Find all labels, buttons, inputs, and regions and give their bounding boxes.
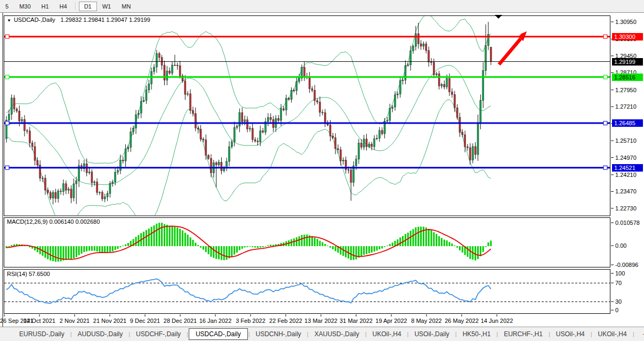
chart-tab-usdchf-daily[interactable]: USDCHF-,Daily	[131, 329, 186, 339]
timeframe-button-w1[interactable]: W1	[97, 2, 117, 11]
date-label: 14 Jun 2022	[477, 318, 517, 324]
chart-tab-xauusd-daily[interactable]: XAUUSD-,Daily	[309, 329, 365, 339]
axis-label: 0.00	[615, 242, 626, 249]
axis-label: 1.22730	[615, 205, 637, 212]
axis-label: 1.23470	[615, 188, 637, 195]
line-handle[interactable]	[5, 166, 9, 169]
axis-label: 30	[615, 298, 622, 305]
price-tag: 1.26485	[612, 119, 643, 127]
axis-label: 100	[615, 270, 625, 277]
date-axis: 26 Sep 202114 Oct 20212 Nov 202121 Nov 2…	[0, 315, 611, 327]
date-label: 22 Feb 2022	[266, 318, 305, 324]
price-axis: 1.309501.301901.294501.287101.279501.272…	[611, 13, 644, 327]
axis-label: 1.27210	[615, 103, 637, 110]
tab-separator: |	[632, 331, 635, 337]
price-tag: 1.28516	[612, 74, 643, 81]
date-label: 26 May 2022	[442, 318, 481, 324]
date-label: 9 Dec 2021	[125, 318, 165, 324]
chart-tab-usdcad-daily[interactable]: USDCAD-,Daily	[189, 328, 248, 340]
line-handle[interactable]	[5, 35, 9, 38]
timeframe-button-5[interactable]: 5	[0, 2, 14, 11]
chart-shift-marker-icon[interactable]	[495, 15, 502, 19]
axis-label: 0	[615, 307, 618, 314]
toolbar-separator	[75, 2, 76, 10]
candles-layer	[6, 22, 492, 205]
axis-label: 0.010578	[615, 220, 640, 226]
timeframe-button-h4[interactable]: H4	[54, 2, 73, 11]
chart-tab-eurchf-h1[interactable]: EURCHF-,H1	[498, 329, 548, 339]
chart-tab-hk50-h1[interactable]: HK50-,H1	[457, 329, 496, 339]
symbol-dropdown-icon[interactable]: ▼	[7, 18, 11, 23]
line-handle[interactable]	[5, 121, 9, 125]
date-label: 31 Mar 2022	[336, 318, 376, 324]
chart-tab-ukoil-h4[interactable]: UKOil-,H4	[367, 329, 407, 339]
chart-tab-bar: EURUSD-,Daily|AUDUSD-,Daily|USDCHF-,Dail…	[0, 327, 644, 341]
rsi-line	[6, 279, 491, 304]
rsi-indicator-label: RSI(14) 57.6500	[7, 271, 50, 277]
date-label: 16 Jan 2022	[196, 318, 235, 324]
date-label: 19 Apr 2022	[372, 318, 411, 324]
chart-window: ▼USDCAD-,Daily1.29832 1.29841 1.29047 1.…	[0, 12, 644, 327]
macd-indicator-label: MACD(12,26,9) 0.006140 0.002680	[7, 218, 100, 225]
macd-histogram	[6, 223, 492, 262]
tab-scroll-left-icon[interactable]: ◄	[642, 331, 644, 337]
axis-label: 1.30950	[615, 19, 637, 26]
chart-tab-ukoil-h4[interactable]: UKOil-,H4	[593, 329, 632, 339]
date-label: 14 Oct 2021	[20, 318, 59, 324]
timeframe-button-m30[interactable]: M30	[14, 2, 36, 11]
timeframe-button-d1[interactable]: D1	[79, 2, 97, 11]
quote-header: ▼USDCAD-,Daily1.29832 1.29841 1.29047 1.…	[7, 17, 150, 23]
axis-label: 1.24970	[615, 155, 637, 161]
date-label: 13 Mar 2022	[301, 318, 341, 324]
chart-tab-usoil-h4[interactable]: USOil-,H4	[551, 329, 590, 339]
tab-scroll-arrows: ◄►	[642, 331, 644, 337]
line-handle[interactable]	[603, 35, 607, 38]
chart-tab-usdcnh-daily[interactable]: USDCNH-,Daily	[251, 329, 307, 339]
price-tag: 1.30300	[612, 33, 643, 40]
line-handle[interactable]	[603, 121, 607, 125]
line-handle[interactable]	[5, 75, 9, 79]
chart-tab-eurusd-daily[interactable]: EURUSD-,Daily	[14, 329, 70, 339]
axis-label: -0.00896	[615, 262, 638, 269]
date-label: 8 May 2022	[407, 318, 446, 324]
price-tag: 1.29199	[612, 58, 643, 66]
date-label: 2 Nov 2021	[55, 318, 94, 324]
date-label: 28 Dec 2021	[160, 318, 200, 324]
chart-tab-usoil-daily[interactable]: USOil-,Daily	[409, 329, 454, 339]
axis-label: 1.24210	[615, 172, 637, 178]
horizontal-lines-layer[interactable]	[4, 35, 610, 169]
line-handle[interactable]	[603, 166, 607, 169]
line-handle[interactable]	[603, 75, 607, 79]
chart-canvas[interactable]	[0, 13, 644, 327]
timeframe-button-mn[interactable]: MN	[116, 2, 136, 11]
chart-tab-audusd-daily[interactable]: AUDUSD-,Daily	[73, 329, 128, 339]
ohlc-values: 1.29832 1.29841 1.29047 1.29199	[61, 17, 150, 23]
axis-label: 1.25710	[615, 137, 637, 144]
price-tag: 1.24521	[612, 164, 643, 172]
symbol-label: USDCAD-,Daily	[14, 17, 55, 23]
axis-label: 1.27950	[615, 87, 637, 94]
pane-frames	[4, 16, 610, 314]
date-label: 21 Nov 2021	[90, 318, 130, 324]
date-label: 3 Feb 2022	[231, 318, 270, 324]
timeframe-button-h1[interactable]: H1	[36, 2, 54, 11]
timeframe-toolbar: 5M30H1H4D1W1MN	[0, 0, 644, 12]
axis-label: 70	[615, 280, 622, 287]
